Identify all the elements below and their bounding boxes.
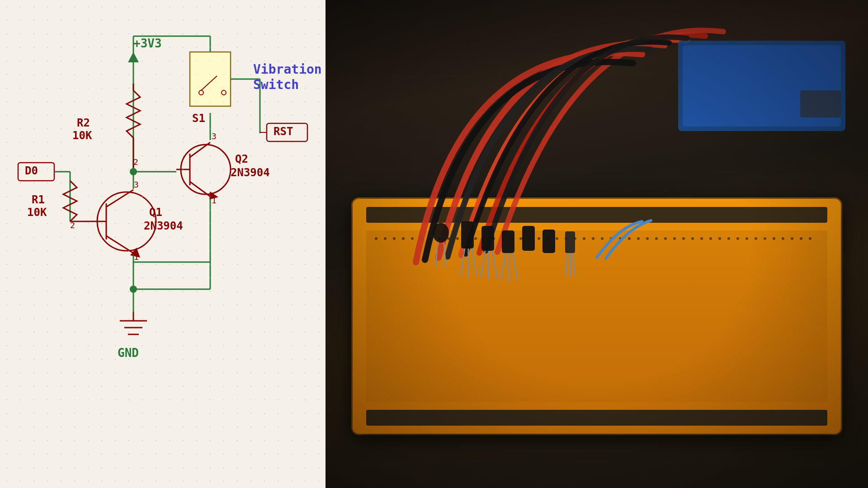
switch-name-line1: Vibration — [253, 62, 322, 77]
svg-point-39 — [130, 286, 137, 293]
svg-point-31 — [97, 192, 156, 251]
q1-pin3: 3 — [134, 180, 139, 189]
r2-label: R2 — [77, 117, 90, 129]
voltage-label: +3V3 — [133, 37, 162, 50]
q1-label: Q1 — [149, 206, 162, 219]
q2-pin2: 2 — [133, 157, 138, 167]
svg-line-14 — [190, 182, 210, 197]
svg-rect-1 — [0, 0, 326, 488]
svg-rect-27 — [267, 123, 307, 141]
svg-rect-18 — [190, 52, 231, 106]
svg-rect-2 — [0, 0, 326, 488]
svg-point-8 — [130, 168, 137, 175]
svg-point-20 — [222, 90, 226, 95]
schematic-panel: +3V3 R2 10K Q2 2N3904 — [0, 0, 326, 488]
q1-value: 2N3904 — [144, 220, 183, 232]
svg-marker-15 — [206, 189, 218, 202]
r1-value: 10K — [27, 206, 47, 219]
svg-marker-36 — [130, 248, 140, 258]
q2-pin3: 3 — [212, 131, 217, 141]
breadboard-photo — [326, 0, 868, 488]
svg-marker-4 — [128, 52, 139, 62]
svg-line-13 — [190, 142, 210, 157]
q2-pin1: 1 — [212, 196, 217, 205]
r1-label: R1 — [32, 193, 45, 206]
schematic-diagram: +3V3 R2 10K Q2 2N3904 — [0, 0, 326, 488]
q2-value: 2N3904 — [231, 166, 270, 179]
rst-label: RST — [274, 125, 293, 138]
svg-rect-47 — [18, 163, 54, 181]
switch-name-line2: Switch — [253, 77, 299, 92]
svg-line-21 — [201, 76, 217, 90]
photo-overlay — [326, 0, 868, 488]
gnd-label: GND — [118, 346, 139, 360]
q2-label: Q2 — [235, 153, 248, 165]
s1-label: S1 — [192, 112, 205, 125]
r2-value: 10K — [72, 129, 92, 142]
q1-pin1: 1 — [134, 252, 139, 262]
d0-label: D0 — [25, 164, 38, 177]
svg-point-19 — [199, 90, 203, 95]
svg-point-10 — [181, 145, 231, 194]
photo-panel — [326, 0, 868, 488]
svg-line-35 — [106, 236, 133, 253]
svg-line-34 — [106, 190, 133, 207]
q1-pin2: 2 — [70, 221, 75, 230]
